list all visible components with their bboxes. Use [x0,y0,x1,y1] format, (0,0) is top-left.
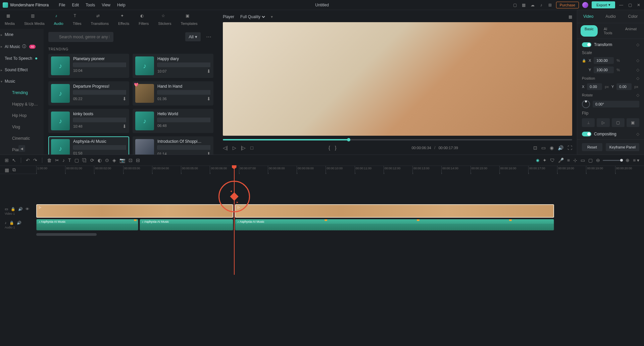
tab-audio[interactable]: ♪Audio [49,13,68,26]
zoom-in-icon[interactable]: ⊕ [626,158,630,163]
export-button[interactable]: Export ▾ [592,1,615,8]
audio-edit-icon[interactable]: ♪ [62,158,65,163]
reset-button[interactable]: Reset [582,143,602,151]
rotate-reset[interactable]: ◇ [636,93,639,97]
next-frame-icon[interactable]: |▷ [241,145,246,150]
tag-icon[interactable]: ◈ [112,158,116,163]
video-track-icon[interactable]: ▭ [5,207,8,211]
zoom-slider[interactable] [603,160,623,161]
sidebar-trending[interactable]: Trending [0,87,44,98]
zoom-out-icon[interactable]: ⊖ [596,158,600,163]
download-icon[interactable]: ⬇ [122,96,127,101]
cloud-icon[interactable]: ☁ [530,2,535,8]
tab-stickers[interactable]: ☆Stickers [153,13,176,26]
bracket-out-icon[interactable]: } [335,145,337,150]
link-icon[interactable]: ⧉ [12,167,16,173]
list-icon[interactable]: ≡ [567,158,570,163]
playhead[interactable] [234,166,235,275]
keyframe-button[interactable]: Keyframe Panel [606,143,639,151]
compositing-toggle[interactable] [582,132,591,136]
sidebar-hiphop[interactable]: Hip Hop [0,110,44,121]
crop-icon[interactable]: ▢ [75,158,79,163]
purchase-button[interactable]: Purchase [556,2,579,8]
scale-x-reset[interactable]: ◇ [636,58,639,63]
timer-icon[interactable]: ⊙ [105,158,109,163]
scale-y-input[interactable] [594,67,614,73]
menu-help[interactable]: Help [117,3,126,7]
ratio-icon[interactable]: ⊡ [533,145,537,150]
props-tab-audio[interactable]: Audio [599,10,622,23]
menu-tools[interactable]: Tools [86,3,95,7]
download-icon[interactable]: ⬇ [122,124,127,129]
sidebar-tts[interactable]: Text To Speech [0,53,44,64]
ai-icon[interactable]: ◉ [536,158,539,163]
camera-tool-icon[interactable]: 📷 [119,158,125,163]
history-icon[interactable]: ▦ [521,2,527,8]
track-card[interactable]: ♪Departure Progress!05:22⬇ [48,81,129,105]
minimize-icon[interactable]: — [618,2,624,8]
group-icon[interactable]: ⊡ [129,158,133,163]
magnet-icon[interactable]: ⊞ [5,158,9,163]
bell-icon[interactable]: ♪ [539,2,544,8]
view-icon[interactable]: ≡ ▾ [633,158,639,163]
flip-h-button[interactable]: ⟂ [582,118,595,127]
more-icon[interactable]: ⋯ [204,32,213,42]
compositing-reset[interactable]: ◇ [636,132,639,136]
menu-view[interactable]: View [102,3,110,7]
timeline-scrollbar[interactable] [36,233,608,236]
scale-y-reset[interactable]: ◇ [636,68,639,72]
track-card[interactable]: ♪Hello World06:48 [133,109,213,133]
sidebar-happy[interactable]: Happy & Up… [0,98,44,110]
undo-icon[interactable]: ↶ [26,158,30,163]
flip-v-button[interactable]: ▷ [597,118,609,127]
transform-reset-icon[interactable]: ◇ [636,42,639,47]
close-icon[interactable]: ✕ [636,2,641,8]
ungroup-icon[interactable]: ⊟ [136,158,140,163]
timeline-ruler[interactable]: 1:00:0000:00:01:0000:00:02:0000:00:03:00… [36,166,644,174]
tab-filters[interactable]: ◐Filters [134,13,153,26]
track-add-icon[interactable]: ▦ [5,167,9,173]
apps-icon[interactable]: ⊞ [547,2,553,8]
track-card[interactable]: ♪Planetary pioneer10:04 [48,54,129,78]
delete-icon[interactable]: 🗑 [47,158,52,163]
props-tab-video[interactable]: Video [577,10,599,23]
sidebar-music[interactable]: ▾Music [0,76,44,87]
track-eye-icon[interactable]: 👁 [26,207,29,211]
subtab-ai[interactable]: AI Tools [600,25,619,37]
volume-icon[interactable]: 🔊 [558,145,563,150]
color-icon[interactable]: ◐ [98,158,102,163]
flip-copy-button[interactable]: ▢ [612,118,625,127]
render-icon[interactable]: ▭ [581,158,585,163]
maximize-icon[interactable]: ▢ [627,2,633,8]
sidebar-vlog[interactable]: Vlog [0,121,44,133]
filter-all-button[interactable]: All ▾ [185,32,201,41]
user-avatar[interactable] [582,2,588,8]
tab-transitions[interactable]: ⇄Transitions [86,13,113,26]
track-card[interactable]: 💖Hand In Hand01:36⬇ [133,81,213,105]
subtab-anim[interactable]: Animat [621,25,641,37]
pos-y-input[interactable] [616,83,632,90]
video-clip-1[interactable]: ▷ [36,204,233,218]
text-icon[interactable]: T [68,158,71,163]
display-icon[interactable]: ▭ [541,145,546,150]
sidebar-ai-music[interactable]: ▸AI Music ⓘAI [0,40,44,53]
sidebar-sfx[interactable]: ▸Sound Effect [0,64,44,76]
flip-paste-button[interactable]: ▣ [627,118,639,127]
rotate-input[interactable] [593,101,639,107]
layout-icon[interactable]: ▢ [512,2,518,8]
tab-titles[interactable]: TTitles [68,13,86,26]
player-progress[interactable] [223,139,572,140]
rotate-dial[interactable] [582,100,590,108]
bracket-in-icon[interactable]: { [329,145,330,150]
gear-icon[interactable]: ✦ [543,158,547,163]
subtab-basic[interactable]: Basic [581,25,598,37]
audio-track-icon[interactable]: ♪ [5,221,7,225]
sidebar-mine[interactable]: ▸Mine [0,29,44,40]
audio-clip-2[interactable]: ♪ Asphyxia-AI Music [140,219,233,230]
scale-x-input[interactable] [594,57,614,64]
split-icon[interactable]: ✂ [55,158,59,163]
select-icon[interactable]: ↖ [12,158,16,163]
track-card[interactable]: Introduction Of Shoppi…01:14⬇ [133,136,213,155]
download-icon[interactable]: ⬇ [207,69,211,74]
download-icon[interactable]: ⬇ [207,151,211,155]
